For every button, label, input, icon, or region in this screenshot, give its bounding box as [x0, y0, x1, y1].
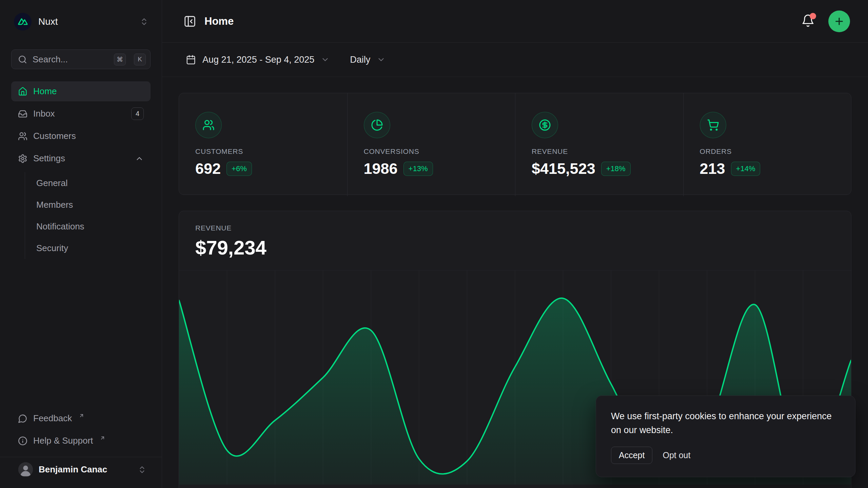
shopping-cart-icon — [700, 112, 726, 138]
add-button[interactable] — [828, 11, 850, 32]
revenue-chart-value: $79,234 — [195, 236, 835, 259]
users-icon — [195, 112, 222, 138]
revenue-chart-label: REVENUE — [195, 224, 835, 232]
brand: Nuxt — [14, 13, 58, 30]
notifications-button[interactable] — [801, 14, 815, 29]
date-range-picker[interactable]: Aug 21, 2025 - Sep 4, 2025 — [186, 55, 330, 65]
sidebar-item-help-support[interactable]: Help & Support — [11, 431, 151, 451]
external-link-icon — [79, 413, 84, 419]
stat-customers[interactable]: CUSTOMERS 692 +6% — [179, 93, 347, 196]
filters-toolbar: Aug 21, 2025 - Sep 4, 2025 Daily — [162, 43, 868, 77]
sidebar: Nuxt Search... ⌘ K Home — [0, 0, 162, 488]
sidebar-item-security[interactable]: Security — [25, 237, 151, 259]
search-input[interactable]: Search... ⌘ K — [11, 49, 151, 69]
stat-revenue[interactable]: REVENUE $415,523 +18% — [515, 93, 683, 196]
stat-delta-badge: +18% — [601, 162, 631, 176]
external-link-icon — [100, 435, 105, 441]
accept-button[interactable]: Accept — [611, 447, 652, 464]
date-range-value: Aug 21, 2025 - Sep 4, 2025 — [202, 55, 314, 65]
sidebar-item-settings[interactable]: Settings — [11, 148, 151, 168]
sub-item-label: Security — [36, 243, 68, 253]
page-title: Home — [204, 15, 234, 27]
stat-conversions[interactable]: CONVERSIONS 1986 +13% — [347, 93, 515, 196]
pie-chart-icon — [364, 112, 390, 138]
chevrons-up-down-icon — [140, 17, 149, 26]
workspace-selector[interactable]: Nuxt — [11, 0, 151, 30]
chevron-down-icon — [321, 55, 330, 64]
stat-delta-badge: +6% — [226, 162, 252, 176]
stat-label: ORDERS — [700, 147, 835, 156]
user-menu-row: Benjamin Canac — [0, 457, 162, 488]
stats-card: CUSTOMERS 692 +6% CONVERSIONS 1986 +13% — [179, 93, 851, 195]
kbd-cmd: ⌘ — [114, 54, 126, 65]
sidebar-item-customers[interactable]: Customers — [11, 126, 151, 146]
header-right — [801, 11, 850, 32]
gear-icon — [18, 154, 27, 163]
sidebar-nav: Home Inbox 4 Customers Settings — [11, 81, 151, 259]
sidebar-footer-nav: Feedback Help & Support — [11, 408, 151, 451]
users-icon — [18, 131, 27, 141]
period-value: Daily — [350, 55, 370, 65]
workspace-name: Nuxt — [38, 16, 58, 27]
stat-value: 692 — [195, 160, 221, 178]
stat-label: CONVERSIONS — [364, 147, 499, 156]
plus-icon — [834, 16, 845, 27]
stat-value: $415,523 — [532, 160, 595, 178]
sidebar-item-label: Home — [33, 86, 57, 97]
sidebar-item-notifications[interactable]: Notifications — [25, 216, 151, 237]
chevron-down-icon — [377, 55, 386, 64]
chat-bubble-icon — [18, 414, 27, 423]
info-circle-icon — [18, 436, 27, 446]
sub-item-label: General — [36, 178, 68, 188]
sidebar-item-inbox[interactable]: Inbox 4 — [11, 104, 151, 124]
sidebar-item-label: Inbox — [33, 108, 55, 119]
top-header: Home — [162, 0, 868, 43]
stat-label: REVENUE — [532, 147, 667, 156]
stat-orders[interactable]: ORDERS 213 +14% — [683, 93, 851, 196]
calendar-icon — [186, 55, 196, 65]
kbd-k: K — [134, 54, 146, 65]
collapse-sidebar-button[interactable] — [183, 15, 196, 28]
cookie-banner: We use first-party cookies to enhance yo… — [596, 395, 855, 477]
user-menu[interactable]: Benjamin Canac — [18, 462, 146, 477]
sidebar-item-label: Feedback — [33, 413, 72, 424]
avatar — [18, 462, 33, 477]
stat-value: 1986 — [364, 160, 398, 178]
sidebar-item-members[interactable]: Members — [25, 194, 151, 216]
nuxt-logo-icon — [14, 13, 32, 30]
header-left: Home — [183, 15, 234, 28]
period-select[interactable]: Daily — [350, 55, 386, 65]
search-icon — [18, 55, 27, 64]
cookie-message: We use first-party cookies to enhance yo… — [611, 409, 840, 437]
chevron-up-icon — [135, 154, 144, 163]
notification-dot — [810, 13, 816, 19]
sidebar-item-home[interactable]: Home — [11, 81, 151, 101]
opt-out-button[interactable]: Opt out — [661, 447, 692, 464]
stat-delta-badge: +14% — [731, 162, 761, 176]
revenue-chart-header: REVENUE $79,234 — [179, 211, 851, 259]
sidebar-item-feedback[interactable]: Feedback — [11, 408, 151, 428]
cookie-actions: Accept Opt out — [611, 447, 840, 464]
sidebar-item-label: Settings — [33, 153, 65, 164]
stat-delta-badge: +13% — [403, 162, 433, 176]
inbox-icon — [18, 109, 27, 119]
user-name: Benjamin Canac — [39, 464, 107, 475]
search-placeholder: Search... — [33, 54, 108, 65]
home-icon — [18, 87, 27, 96]
sidebar-item-label: Help & Support — [33, 435, 93, 446]
sub-item-label: Members — [36, 200, 73, 210]
sub-item-label: Notifications — [36, 221, 84, 232]
sidebar-item-label: Customers — [33, 131, 76, 141]
chevrons-up-down-icon — [138, 465, 146, 474]
inbox-count-badge: 4 — [131, 107, 144, 120]
stat-value: 213 — [700, 160, 725, 178]
sidebar-item-general[interactable]: General — [25, 172, 151, 194]
stat-label: CUSTOMERS — [195, 147, 331, 156]
app-root: Nuxt Search... ⌘ K Home — [0, 0, 868, 488]
circle-dollar-icon — [532, 112, 558, 138]
settings-subtree: General Members Notifications Security — [25, 172, 151, 259]
